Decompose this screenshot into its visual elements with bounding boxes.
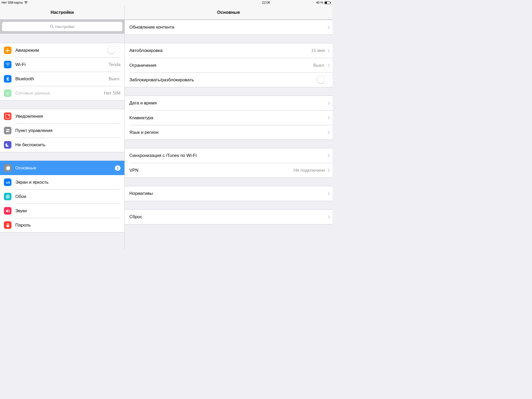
- carrier-text: Нет SIM-карты: [2, 1, 23, 4]
- sidebar-item-value: Tenda: [109, 62, 121, 67]
- sidebar-item-airplane[interactable]: Авиарежим: [0, 43, 124, 57]
- detail-item-label: Синхронизация с iTunes по Wi-Fi: [129, 153, 326, 158]
- switches-icon: [4, 127, 11, 134]
- chevron-right-icon: [328, 116, 330, 119]
- svg-point-13: [7, 196, 8, 197]
- flower-icon: [4, 193, 11, 200]
- sidebar-item-notifications[interactable]: Уведомления: [0, 109, 124, 123]
- antenna-icon: [4, 89, 11, 97]
- sidebar: Настройки Настройки АвиарежимWi-FiTendaB…: [0, 5, 125, 249]
- svg-point-6: [8, 115, 9, 116]
- svg-point-15: [7, 197, 8, 199]
- detail-item-label: Автоблокировка: [129, 48, 311, 53]
- detail-item-auto-lock[interactable]: Автоблокировка15 мин: [125, 43, 332, 58]
- sidebar-item-label: Пункт управления: [15, 128, 121, 133]
- battery-text: 40 %: [316, 1, 323, 4]
- sidebar-item-passcode[interactable]: Пароль: [0, 218, 124, 232]
- moon-icon: [4, 141, 11, 149]
- svg-point-21: [8, 197, 10, 198]
- sidebar-item-label: Звуки: [15, 208, 121, 214]
- detail-item-restrictions[interactable]: ОграниченияВыкл.: [125, 58, 332, 72]
- sidebar-item-bluetooth[interactable]: BluetoothВыкл.: [0, 72, 124, 86]
- detail-item-value: 15 мин: [311, 48, 325, 53]
- detail-title: Основные: [125, 5, 332, 20]
- notifications-icon: [4, 112, 11, 120]
- chevron-right-icon: [328, 64, 330, 67]
- detail-item-label: Обновление контента: [129, 25, 326, 30]
- detail-item-label: Сброс: [129, 214, 326, 220]
- status-bar: Нет SIM-карты 22:06 40 %: [0, 0, 332, 5]
- detail-item-label: Нормативы: [129, 191, 326, 196]
- bluetooth-icon: [4, 75, 11, 83]
- detail-item-label: Язык и регион: [129, 130, 326, 135]
- search-icon: [50, 25, 54, 28]
- svg-point-14: [7, 195, 8, 196]
- detail-item-date-time[interactable]: Дата и время: [125, 96, 332, 110]
- detail-item-value: Выкл.: [313, 63, 325, 68]
- lock-icon: [4, 221, 11, 229]
- gear-icon: [4, 164, 11, 172]
- chevron-right-icon: [328, 49, 330, 52]
- sidebar-item-value: Выкл.: [109, 76, 121, 82]
- detail-item-itunes-wifi-sync[interactable]: Синхронизация с iTunes по Wi-Fi: [125, 148, 332, 163]
- chevron-right-icon: [328, 192, 330, 195]
- chevron-right-icon: [328, 169, 330, 172]
- svg-point-8: [6, 129, 7, 130]
- search-placeholder: Настройки: [55, 24, 75, 29]
- detail-item-label: Ограничения: [129, 63, 313, 68]
- sidebar-item-wifi[interactable]: Wi-FiTenda: [0, 57, 124, 72]
- sidebar-item-label: Wi-Fi: [15, 62, 107, 67]
- detail-item-label: Клавиатура: [129, 115, 326, 121]
- detail-item-value: Не подключено: [294, 168, 325, 173]
- sidebar-item-display[interactable]: AAЭкран и яркость: [0, 175, 124, 189]
- detail-item-regulatory[interactable]: Нормативы: [125, 186, 332, 201]
- badge: 1: [115, 165, 121, 171]
- wifi-icon: [4, 61, 11, 68]
- sidebar-item-value: Нет SIM: [104, 91, 121, 96]
- detail-item-label: Дата и время: [129, 101, 326, 106]
- sidebar-item-control-center[interactable]: Пункт управления: [0, 123, 124, 138]
- chevron-right-icon: [328, 215, 330, 219]
- sidebar-item-label: Уведомления: [15, 114, 121, 119]
- sidebar-item-label: Не беспокоить: [15, 142, 121, 148]
- battery-icon: [324, 1, 331, 4]
- sidebar-item-cellular: Сотовые данныеНет SIM: [0, 86, 124, 100]
- detail-item-language[interactable]: Язык и регион: [125, 125, 332, 139]
- svg-point-17: [9, 196, 10, 197]
- detail-item-background-refresh[interactable]: Обновление контента: [125, 20, 332, 35]
- toggle-lock-unlock[interactable]: [317, 76, 330, 84]
- airplane-icon: [4, 46, 11, 54]
- status-time: 22:06: [262, 1, 270, 4]
- detail-item-reset[interactable]: Сброс: [125, 210, 332, 224]
- toggle-airplane[interactable]: [107, 46, 121, 54]
- sidebar-item-label: Bluetooth: [15, 76, 107, 82]
- sidebar-item-dnd[interactable]: Не беспокоить: [0, 138, 124, 152]
- sidebar-title: Настройки: [0, 5, 124, 20]
- search-input[interactable]: Настройки: [2, 22, 122, 31]
- sidebar-item-wallpaper[interactable]: Обои: [0, 189, 124, 204]
- sidebar-item-sounds[interactable]: Звуки: [0, 204, 124, 218]
- svg-point-20: [6, 197, 8, 198]
- detail-item-keyboard[interactable]: Клавиатура: [125, 110, 332, 125]
- svg-rect-2: [330, 2, 331, 3]
- sidebar-item-label: Пароль: [15, 223, 121, 228]
- detail-pane: Основные Обновление контентаАвтоблокиров…: [125, 5, 332, 249]
- detail-item-vpn[interactable]: VPNНе подключено: [125, 163, 332, 177]
- svg-point-19: [8, 195, 10, 196]
- detail-item-label: Заблокировать/разблокировать: [129, 77, 317, 83]
- sidebar-item-label: Основные: [15, 165, 115, 171]
- chevron-right-icon: [328, 26, 330, 29]
- svg-rect-1: [325, 2, 327, 4]
- chevron-right-icon: [328, 131, 330, 134]
- chevron-right-icon: [328, 154, 330, 157]
- chevron-right-icon: [328, 102, 330, 105]
- speaker-icon: [4, 207, 11, 215]
- sidebar-item-label: Сотовые данные: [15, 91, 102, 96]
- detail-item-lock-unlock[interactable]: Заблокировать/разблокировать: [125, 72, 332, 87]
- text-size-icon: AA: [4, 178, 11, 186]
- svg-point-10: [8, 131, 9, 132]
- svg-point-16: [6, 196, 7, 197]
- sidebar-item-general[interactable]: Основные1: [0, 161, 124, 175]
- svg-rect-22: [6, 225, 9, 227]
- svg-text:A: A: [8, 181, 10, 184]
